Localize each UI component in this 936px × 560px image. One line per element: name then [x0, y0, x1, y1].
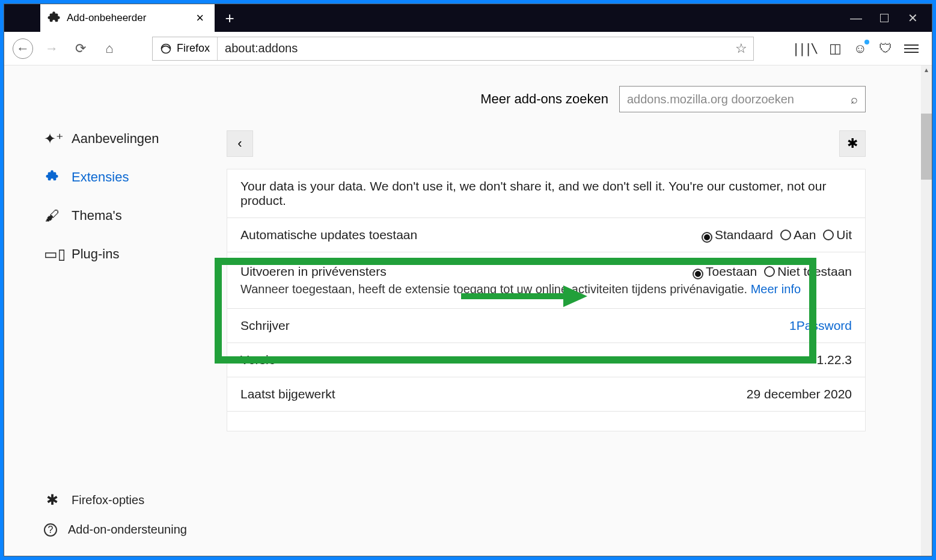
url-text[interactable]: about:addons [218, 41, 729, 55]
back-to-list-button[interactable]: ‹ [227, 130, 253, 157]
sidebar-item-label: Add-on-ondersteuning [68, 523, 187, 537]
sidebar-item-plugins[interactable]: ▭▯ Plug-ins [40, 235, 209, 273]
addon-detail-panel: Your data is your data. We don't use it,… [227, 169, 866, 431]
radio-icon [823, 230, 834, 240]
radio-allow[interactable]: Toestaan [693, 264, 757, 279]
plugin-icon: ▭▯ [44, 246, 61, 263]
minimize-icon[interactable]: — [849, 11, 863, 25]
radio-on[interactable]: Aan [780, 228, 816, 242]
maximize-icon[interactable] [880, 14, 889, 22]
sidebar-item-recommendations[interactable]: ✦⁺ Aanbevelingen [40, 120, 209, 158]
version-label: Versie [240, 353, 275, 367]
author-link[interactable]: 1Password [789, 318, 852, 332]
identity-box[interactable]: Firefox [153, 37, 218, 60]
identity-label: Firefox [177, 42, 210, 55]
close-icon[interactable]: × [192, 11, 207, 25]
url-bar[interactable]: Firefox about:addons ☆ [152, 37, 754, 61]
sidebar-item-support[interactable]: ? Add-on-ondersteuning [40, 516, 209, 544]
sidebar-item-label: Thema's [72, 208, 122, 224]
nav-toolbar: ← → ⟳ ⌂ Firefox about:addons ☆ |||\ ◫ ☺ … [4, 32, 932, 65]
sidebar-item-label: Plug-ins [72, 246, 119, 262]
private-window-radio-group: Toestaan Niet toestaan [693, 264, 852, 279]
help-icon: ? [44, 523, 57, 537]
browser-tab[interactable]: Add-onbeheerder × [40, 4, 215, 32]
updated-label: Laatst bijgewerkt [240, 387, 335, 401]
svg-point-0 [162, 44, 171, 53]
auto-update-label: Automatische updates toestaan [240, 228, 417, 242]
search-placeholder: addons.mozilla.org doorzoeken [627, 93, 794, 106]
chevron-left-icon: ‹ [237, 136, 242, 151]
account-icon[interactable]: ☺ [854, 41, 867, 56]
more-info-link[interactable]: Meer info [751, 282, 801, 296]
hamburger-menu-icon[interactable] [904, 44, 919, 53]
tab-title: Add-onbeheerder [67, 12, 146, 24]
puzzle-icon [44, 169, 61, 186]
addons-search-input[interactable]: addons.mozilla.org doorzoeken ⌕ [619, 86, 866, 112]
sidebar-item-options[interactable]: ✱ Firefox-opties [40, 484, 209, 516]
window-controls: — ✕ [837, 4, 932, 32]
radio-icon [780, 230, 791, 240]
radio-off[interactable]: Uit [823, 228, 852, 242]
sidebar-item-label: Aanbevelingen [72, 131, 159, 147]
home-button[interactable]: ⌂ [99, 38, 120, 59]
gear-icon: ✱ [847, 136, 858, 151]
sidebar-toggle-icon[interactable]: ◫ [829, 41, 842, 56]
brush-icon: 🖌 [44, 207, 61, 224]
new-tab-button[interactable]: + [215, 4, 245, 32]
tab-strip: Add-onbeheerder × + — ✕ [4, 4, 932, 32]
addons-sidebar: ✦⁺ Aanbevelingen Extensies 🖌 Thema's ▭▯ … [4, 84, 227, 556]
back-button[interactable]: ← [13, 38, 33, 59]
radio-icon [693, 269, 703, 279]
addon-blurb: Your data is your data. We don't use it,… [240, 179, 852, 208]
sidebar-item-label: Extensies [72, 169, 129, 185]
close-window-icon[interactable]: ✕ [905, 11, 920, 25]
version-value: 1.22.3 [817, 353, 852, 367]
shield-icon[interactable]: 🛡 [879, 41, 892, 56]
forward-button[interactable]: → [41, 38, 62, 59]
radio-standard[interactable]: Standaard [702, 228, 773, 242]
scroll-up-icon[interactable]: ▴ [921, 65, 932, 76]
author-label: Schrijver [240, 318, 290, 333]
private-window-description: Wanneer toegestaan, heeft de extensie to… [240, 282, 852, 296]
sidebar-item-extensions[interactable]: Extensies [40, 158, 209, 196]
firefox-icon [160, 43, 172, 55]
auto-update-radio-group: Standaard Aan Uit [702, 228, 852, 242]
sidebar-item-label: Firefox-opties [72, 493, 144, 507]
radio-icon [764, 266, 775, 277]
reload-button[interactable]: ⟳ [70, 38, 91, 59]
addon-detail-main: Meer add-ons zoeken addons.mozilla.org d… [227, 84, 932, 556]
bookmark-star-icon[interactable]: ☆ [729, 41, 753, 56]
updated-value: 29 december 2020 [747, 387, 852, 401]
sidebar-item-themes[interactable]: 🖌 Thema's [40, 196, 209, 235]
sparkle-icon: ✦⁺ [44, 130, 61, 147]
puzzle-icon [47, 10, 61, 26]
radio-disallow[interactable]: Niet toestaan [764, 264, 852, 279]
search-icon: ⌕ [851, 93, 858, 106]
gear-icon: ✱ [44, 492, 61, 508]
search-label: Meer add-ons zoeken [480, 91, 608, 107]
addon-settings-button[interactable]: ✱ [839, 130, 866, 157]
library-icon[interactable]: |||\ [792, 41, 817, 56]
radio-icon [702, 232, 712, 243]
private-window-label: Uitvoeren in privévensters [240, 264, 387, 279]
